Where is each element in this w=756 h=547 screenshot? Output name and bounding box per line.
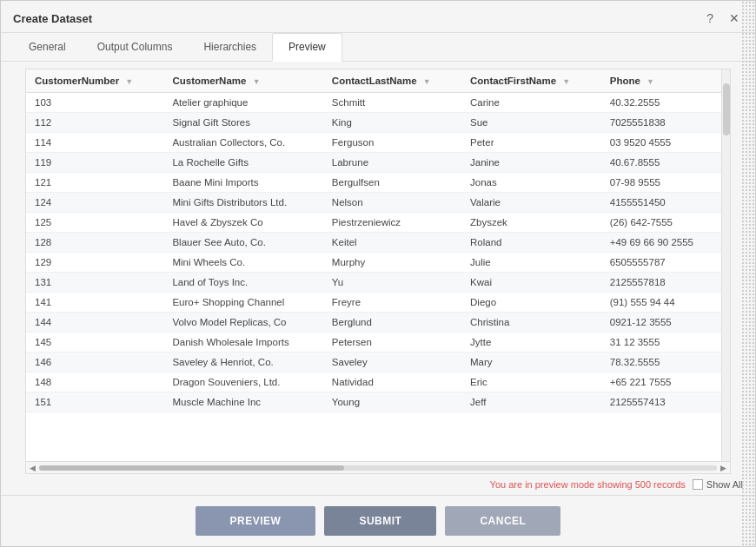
cell-contactlastname: Saveley xyxy=(323,353,461,372)
dialog-header: Create Dataset ? ✕ xyxy=(1,1,755,33)
cell-contactfirstname: Jonas xyxy=(461,173,601,193)
cell-contactfirstname: Sue xyxy=(461,113,601,133)
table-row: 129Mini Wheels Co.MurphyJulie6505555787 xyxy=(26,253,721,273)
table-row: 144Volvo Model Replicas, CoBerglundChris… xyxy=(26,313,721,333)
cell-contactlastname: Freyre xyxy=(323,293,461,313)
cell-contactfirstname: Roland xyxy=(461,233,601,253)
cell-phone: (91) 555 94 44 xyxy=(601,293,721,313)
cell-contactfirstname: Kwai xyxy=(461,273,601,293)
cell-phone: +65 221 7555 xyxy=(601,372,721,392)
cell-customernumber: 112 xyxy=(26,113,163,133)
cell-phone: 40.32.2555 xyxy=(601,93,721,113)
cell-customernumber: 103 xyxy=(26,93,163,113)
table-container: CustomerNumber ▼ CustomerName ▼ ContactL… xyxy=(25,69,731,474)
data-table: CustomerNumber ▼ CustomerName ▼ ContactL… xyxy=(26,69,721,412)
cell-contactlastname: Nelson xyxy=(323,193,461,213)
horizontal-scrollbar-area: ◀ ▶ xyxy=(26,461,730,473)
cell-phone: 03 9520 4555 xyxy=(601,133,721,153)
cell-customername: Signal Gift Stores xyxy=(163,113,322,133)
cell-customername: La Rochelle Gifts xyxy=(163,153,322,173)
table-row: 124Mini Gifts Distributors Ltd.NelsonVal… xyxy=(26,193,721,213)
cell-customernumber: 131 xyxy=(26,273,163,293)
cancel-button[interactable]: CANCEL xyxy=(445,506,560,536)
cell-contactlastname: Young xyxy=(323,392,461,412)
sort-icon-contact-last-name: ▼ xyxy=(423,77,431,86)
cell-customername: Havel & Zbyszek Co xyxy=(163,213,322,233)
cell-customername: Muscle Machine Inc xyxy=(163,392,322,412)
cell-contactfirstname: Valarie xyxy=(461,193,601,213)
cell-contactfirstname: Carine xyxy=(461,93,601,113)
cell-customernumber: 128 xyxy=(26,233,163,253)
cell-customernumber: 121 xyxy=(26,173,163,193)
scroll-left-arrow[interactable]: ◀ xyxy=(30,464,36,472)
cell-contactlastname: Petersen xyxy=(323,333,461,353)
cell-customername: Volvo Model Replicas, Co xyxy=(163,313,322,333)
show-all-checkbox[interactable] xyxy=(693,479,703,490)
header-icons: ? ✕ xyxy=(703,10,743,27)
cell-contactlastname: Bergulfsen xyxy=(323,173,461,193)
table-row: 103Atelier graphiqueSchmittCarine40.32.2… xyxy=(26,93,721,113)
cell-contactfirstname: Diego xyxy=(461,293,601,313)
table-row: 145Danish Wholesale ImportsPetersenJytte… xyxy=(26,333,721,353)
cell-phone: 40.67.8555 xyxy=(601,153,721,173)
table-row: 121Baane Mini ImportsBergulfsenJonas07-9… xyxy=(26,173,721,193)
cell-contactfirstname: Jytte xyxy=(461,333,601,353)
preview-warning-text: You are in preview mode showing 500 reco… xyxy=(490,479,686,490)
cell-contactlastname: Murphy xyxy=(323,253,461,273)
col-header-contact-last-name[interactable]: ContactLastName ▼ xyxy=(323,69,461,93)
tab-preview[interactable]: Preview xyxy=(272,33,342,62)
decorative-dots xyxy=(741,1,755,546)
cell-contactlastname: Natividad xyxy=(323,372,461,392)
cell-contactfirstname: Jeff xyxy=(461,392,601,412)
help-button[interactable]: ? xyxy=(703,10,717,27)
sort-icon-customer-number: ▼ xyxy=(125,77,133,86)
cell-contactfirstname: Zbyszek xyxy=(461,213,601,233)
cell-phone: 78.32.5555 xyxy=(601,353,721,372)
cell-contactlastname: Berglund xyxy=(323,313,461,333)
cell-customername: Atelier graphique xyxy=(163,93,322,113)
cell-contactfirstname: Christina xyxy=(461,313,601,333)
scrollbar-track[interactable] xyxy=(39,465,717,471)
cell-contactfirstname: Mary xyxy=(461,353,601,372)
col-header-customer-name[interactable]: CustomerName ▼ xyxy=(163,69,322,93)
tab-general[interactable]: General xyxy=(13,33,82,62)
tab-output-columns[interactable]: Output Columns xyxy=(82,33,189,62)
dialog-footer: PREVIEW SUBMIT CANCEL xyxy=(1,495,755,546)
tab-hierarchies[interactable]: Hierarchies xyxy=(188,33,272,62)
scrollbar-thumb[interactable] xyxy=(39,465,344,471)
table-wrapper[interactable]: CustomerNumber ▼ CustomerName ▼ ContactL… xyxy=(26,69,721,461)
cell-phone: 4155551450 xyxy=(601,193,721,213)
preview-button[interactable]: PREVIEW xyxy=(196,506,316,536)
cell-phone: 31 12 3555 xyxy=(601,333,721,353)
cell-customernumber: 146 xyxy=(26,353,163,372)
close-button[interactable]: ✕ xyxy=(726,10,743,27)
cell-customername: Euro+ Shopping Channel xyxy=(163,293,322,313)
show-all-label: Show All xyxy=(706,479,743,490)
table-row: 131Land of Toys Inc.YuKwai2125557818 xyxy=(26,273,721,293)
cell-phone: 6505555787 xyxy=(601,253,721,273)
table-row: 112Signal Gift StoresKingSue7025551838 xyxy=(26,113,721,133)
col-header-customer-number[interactable]: CustomerNumber ▼ xyxy=(26,69,163,93)
col-header-phone[interactable]: Phone ▼ xyxy=(601,69,721,93)
cell-contactfirstname: Julie xyxy=(461,253,601,273)
cell-contactlastname: Piestrzeniewicz xyxy=(323,213,461,233)
cell-customername: Land of Toys Inc. xyxy=(163,273,322,293)
cell-customernumber: 151 xyxy=(26,392,163,412)
cell-contactfirstname: Janine xyxy=(461,153,601,173)
cell-customername: Saveley & Henriot, Co. xyxy=(163,353,322,372)
vertical-scrollbar[interactable] xyxy=(721,69,730,461)
cell-customername: Dragon Souveniers, Ltd. xyxy=(163,372,322,392)
cell-customernumber: 125 xyxy=(26,213,163,233)
cell-contactfirstname: Peter xyxy=(461,133,601,153)
cell-phone: 2125557818 xyxy=(601,273,721,293)
tabs-bar: General Output Columns Hierarchies Previ… xyxy=(1,33,755,62)
table-row: 146Saveley & Henriot, Co.SaveleyMary78.3… xyxy=(26,353,721,372)
submit-button[interactable]: SUBMIT xyxy=(324,506,436,536)
sort-icon-customer-name: ▼ xyxy=(253,77,261,86)
cell-phone: 0921-12 3555 xyxy=(601,313,721,333)
table-row: 148Dragon Souveniers, Ltd.NatividadEric+… xyxy=(26,372,721,392)
v-scroll-thumb[interactable] xyxy=(723,83,730,135)
col-header-contact-first-name[interactable]: ContactFirstName ▼ xyxy=(461,69,601,93)
scroll-right-arrow[interactable]: ▶ xyxy=(720,464,726,472)
cell-customernumber: 129 xyxy=(26,253,163,273)
